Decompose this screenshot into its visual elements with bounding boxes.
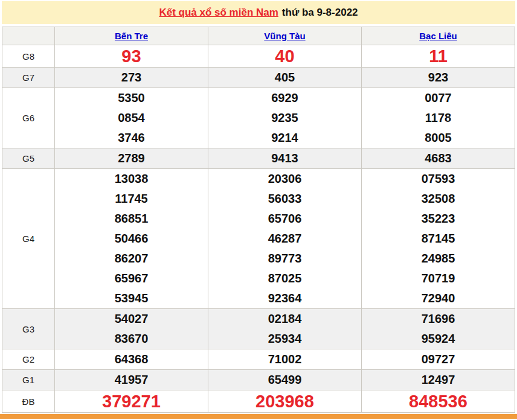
prize-label: ĐB	[2, 390, 55, 413]
prize-number: 35223	[362, 209, 515, 229]
prize-row: G8934011	[2, 45, 515, 68]
prize-number: 4683	[362, 148, 515, 168]
prize-number: 32508	[362, 189, 515, 209]
prize-row: G1419576549912497	[2, 370, 515, 390]
prize-cell: 40	[208, 45, 362, 68]
prize-number: 93	[55, 45, 208, 67]
prize-cell: 692992359214	[208, 88, 362, 148]
prize-cell: 5402783670	[55, 309, 208, 349]
prize-number: 0077	[362, 88, 515, 108]
prize-number: 3746	[55, 128, 208, 148]
prize-label: G4	[2, 169, 55, 309]
prize-number: 87145	[362, 229, 515, 249]
prize-cell: 12497	[362, 370, 515, 390]
prize-cell: 379271	[55, 390, 208, 413]
prize-number: 11	[362, 45, 515, 67]
prize-number: 89773	[208, 249, 361, 269]
prize-number: 83670	[55, 329, 208, 349]
prize-cell: 9413	[208, 148, 362, 169]
prize-number: 11745	[55, 189, 208, 209]
prize-number: 92364	[208, 288, 361, 308]
prize-cell: 2789	[55, 148, 208, 169]
prize-cell: 273	[55, 68, 208, 88]
prize-number: 9413	[208, 148, 361, 168]
prize-cell: 41957	[55, 370, 208, 390]
prize-number: 848536	[362, 390, 515, 412]
prize-number: 12497	[362, 370, 515, 390]
bottom-accent-bar	[0, 414, 517, 419]
prize-row: G413038117458685150466862076596753945203…	[2, 169, 515, 309]
prize-label: G7	[2, 68, 55, 88]
prize-cell: 4683	[362, 148, 515, 169]
prize-cell: 923	[362, 68, 515, 88]
prize-label: G3	[2, 309, 55, 349]
prize-number: 50466	[55, 229, 208, 249]
prize-number: 71696	[362, 309, 515, 329]
prize-number: 86207	[55, 249, 208, 269]
prize-number: 2789	[55, 148, 208, 168]
prize-number: 87025	[208, 269, 361, 288]
prize-number: 25934	[208, 329, 361, 349]
prize-number: 56033	[208, 189, 361, 209]
prize-number: 02184	[208, 309, 361, 329]
prize-cell: 64368	[55, 349, 208, 370]
prize-cell: 13038117458685150466862076596753945	[55, 169, 208, 309]
prize-number: 379271	[55, 390, 208, 412]
prize-number: 8005	[362, 128, 515, 148]
prize-number: 405	[208, 68, 361, 88]
prize-number: 64368	[55, 349, 208, 369]
prize-cell: 07593325083522387145249857071972940	[362, 169, 515, 309]
province-header: Bến Tre	[55, 27, 208, 45]
prize-number: 6929	[208, 88, 361, 108]
prize-row: G2643687100209727	[2, 349, 515, 370]
prize-row: G5278994134683	[2, 148, 515, 169]
prize-number: 5350	[55, 88, 208, 108]
prize-cell: 7169695924	[362, 309, 515, 349]
prize-number: 923	[362, 68, 515, 88]
prize-label: G6	[2, 88, 55, 148]
prize-label: G2	[2, 349, 55, 370]
prize-number: 24985	[362, 249, 515, 269]
prize-number: 13038	[55, 169, 208, 189]
results-body: G8934011G7273405923G65350085437466929923…	[2, 45, 515, 413]
province-header: Vũng Tàu	[208, 27, 362, 45]
corner-cell	[2, 27, 55, 45]
prize-number: 20306	[208, 169, 361, 189]
results-table: Bến TreVũng TàuBạc Liêu G8934011G7273405…	[2, 27, 515, 413]
prize-cell: 71002	[208, 349, 362, 370]
prize-number: 53945	[55, 288, 208, 308]
column-header-row: Bến TreVũng TàuBạc Liêu	[2, 27, 515, 45]
province-header: Bạc Liêu	[362, 27, 515, 45]
prize-cell: 405	[208, 68, 362, 88]
prize-number: 65706	[208, 209, 361, 229]
province-link[interactable]: Bến Tre	[115, 31, 148, 41]
prize-number: 41957	[55, 370, 208, 390]
prize-number: 0854	[55, 108, 208, 128]
prize-cell: 535008543746	[55, 88, 208, 148]
prize-number: 46287	[208, 229, 361, 249]
prize-row: ĐB379271203968848536	[2, 390, 515, 413]
prize-label: G8	[2, 45, 55, 68]
title-date: thứ ba 9-8-2022	[282, 7, 358, 19]
title-link[interactable]: Kết quả xổ số miền Nam	[159, 7, 278, 19]
prize-number: 54027	[55, 309, 208, 329]
prize-cell: 09727	[362, 349, 515, 370]
prize-cell: 20306560336570646287897738702592364	[208, 169, 362, 309]
prize-number: 65499	[208, 370, 361, 390]
prize-number: 203968	[208, 390, 361, 412]
prize-number: 9235	[208, 108, 361, 128]
prize-cell: 65499	[208, 370, 362, 390]
prize-number: 95924	[362, 329, 515, 349]
prize-number: 07593	[362, 169, 515, 189]
prize-row: G3540278367002184259347169695924	[2, 309, 515, 349]
prize-cell: 848536	[362, 390, 515, 413]
prize-cell: 203968	[208, 390, 362, 413]
page: Kết quả xổ số miền Nam thứ ba 9-8-2022 B…	[0, 0, 517, 420]
title-bar: Kết quả xổ số miền Nam thứ ba 9-8-2022	[2, 1, 515, 24]
prize-number: 9214	[208, 128, 361, 148]
prize-row: G7273405923	[2, 68, 515, 88]
prize-number: 71002	[208, 349, 361, 369]
prize-cell: 0218425934	[208, 309, 362, 349]
province-link[interactable]: Vũng Tàu	[264, 31, 305, 41]
province-link[interactable]: Bạc Liêu	[419, 31, 457, 41]
